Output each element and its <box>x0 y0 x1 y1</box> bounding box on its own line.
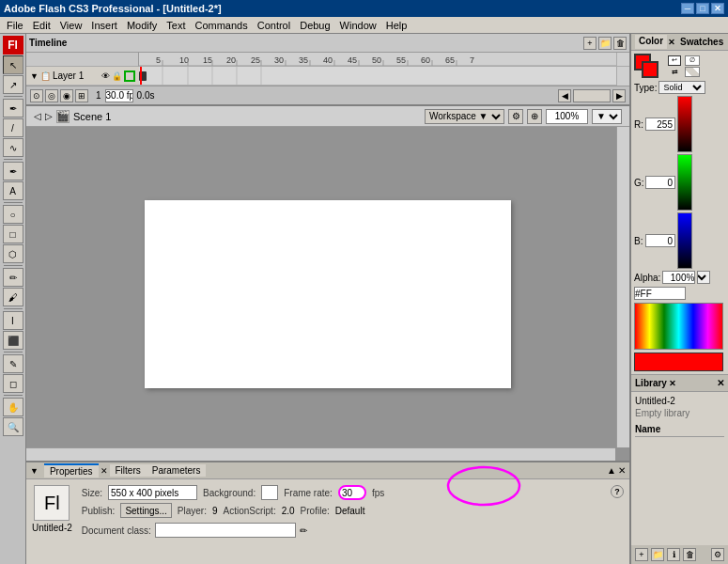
tool-text[interactable]: A <box>3 181 23 200</box>
tab-parameters[interactable]: Parameters <box>147 464 207 477</box>
tab-swatches[interactable]: Swatches <box>676 36 727 48</box>
lib-new-folder-btn[interactable]: 📁 <box>651 548 664 561</box>
bg-color-swatch[interactable] <box>261 485 278 500</box>
menu-control[interactable]: Control <box>253 19 295 32</box>
maximize-button[interactable]: □ <box>696 3 709 14</box>
color-type-select[interactable]: Solid <box>658 81 705 94</box>
lib-gear-icon[interactable]: ⚙ <box>711 548 724 561</box>
tool-zoom[interactable]: 🔍 <box>3 417 23 436</box>
b-input[interactable] <box>645 234 675 247</box>
menu-insert[interactable]: Insert <box>86 19 122 32</box>
fill-color-box[interactable] <box>642 61 658 78</box>
svg-text:25: 25 <box>251 55 260 65</box>
tool-brush[interactable]: 🖌 <box>3 288 23 306</box>
timeline-new-layer-btn[interactable]: + <box>583 37 596 50</box>
breadcrumb-right[interactable]: ▷ <box>45 111 53 121</box>
tool-poly[interactable]: ⬡ <box>3 244 23 263</box>
tool-ink[interactable]: I <box>3 311 23 330</box>
hex-input[interactable] <box>634 287 686 300</box>
timeline-add-folder-btn[interactable]: 📁 <box>598 37 612 50</box>
reset-colors-btn[interactable]: ↩ <box>668 55 681 66</box>
tc-onion-btn[interactable]: ◎ <box>45 89 58 102</box>
menu-commands[interactable]: Commands <box>190 19 252 32</box>
tool-eraser[interactable]: ◻ <box>3 374 23 393</box>
timeline-delete-btn[interactable]: 🗑 <box>613 37 627 50</box>
zoom-select[interactable]: ▼ <box>592 109 622 124</box>
tab-properties[interactable]: Properties <box>44 463 99 478</box>
ws-icon2[interactable]: ⊕ <box>527 109 542 124</box>
tc-prev-btn[interactable]: ◀ <box>558 89 571 102</box>
library-status: Empty library <box>635 408 724 418</box>
right-panel: Color ✕ Swatches ✕ ↩ ⇄ ∅ <box>629 34 728 564</box>
tool-lasso[interactable]: ∿ <box>3 138 23 157</box>
swap-colors-btn[interactable]: ⇄ <box>668 67 681 77</box>
settings-btn[interactable]: Settings... <box>120 503 171 518</box>
tool-pen[interactable]: ✒ <box>3 162 23 180</box>
menu-text[interactable]: Text <box>162 19 190 32</box>
tab-filters[interactable]: Filters <box>110 464 147 477</box>
no-color-btn[interactable]: ∅ <box>685 55 700 66</box>
props-collapse[interactable]: ▲ <box>607 465 616 476</box>
menu-file[interactable]: File <box>2 19 28 32</box>
menu-window[interactable]: Window <box>335 19 381 32</box>
lib-settings-btn[interactable]: ⚙ <box>711 548 724 561</box>
layer-lock[interactable]: 🔒 <box>112 71 122 81</box>
g-input[interactable] <box>645 176 675 189</box>
workspace-select[interactable]: Workspace ▼ <box>425 109 504 124</box>
tool-oval[interactable]: ○ <box>3 205 23 224</box>
tc-next-btn[interactable]: ▶ <box>612 89 626 102</box>
layer-toggle[interactable]: ▼ <box>30 71 39 81</box>
color-gradient[interactable] <box>634 303 723 350</box>
close-button[interactable]: ✕ <box>711 3 724 14</box>
size-label: Size: <box>82 488 102 498</box>
b-slider[interactable] <box>677 212 692 269</box>
alpha-input[interactable] <box>662 271 695 284</box>
layer-outline[interactable] <box>124 70 135 82</box>
tool-freeform[interactable]: ✒ <box>3 99 23 118</box>
tool-subselect[interactable]: ↗ <box>3 75 23 94</box>
help-button[interactable]: ? <box>611 485 624 498</box>
tab-color[interactable]: Color <box>635 35 667 49</box>
lib-new-symbol-btn[interactable]: + <box>635 548 648 561</box>
r-row: R: <box>634 96 725 152</box>
breadcrumb-expand[interactable]: ◁ <box>34 111 41 121</box>
tool-line[interactable]: / <box>3 118 23 137</box>
edit-doc-class-icon[interactable]: ✏ <box>300 525 307 536</box>
alpha-select[interactable]: ▼ <box>697 271 710 284</box>
menu-help[interactable]: Help <box>381 19 412 32</box>
stage-scrollbar-v[interactable] <box>616 127 629 447</box>
layer-visibility[interactable]: 👁 <box>101 71 110 81</box>
library-close[interactable]: ✕ <box>717 378 724 388</box>
props-close[interactable]: ✕ <box>618 465 626 476</box>
lib-props-btn[interactable]: ℹ <box>667 548 680 561</box>
tool-hand[interactable]: ✋ <box>3 398 23 416</box>
black-white-btn[interactable] <box>685 67 700 77</box>
timeline-title-label: Timeline <box>29 38 67 48</box>
minimize-button[interactable]: ─ <box>681 3 694 14</box>
lib-delete-btn[interactable]: 🗑 <box>683 548 696 561</box>
size-input[interactable] <box>108 485 197 500</box>
doc-class-input[interactable] <box>155 523 296 538</box>
g-slider[interactable] <box>677 154 692 211</box>
b-label: B: <box>634 236 643 246</box>
fps-input[interactable] <box>105 89 133 102</box>
r-slider[interactable] <box>677 96 692 152</box>
tool-eyedrop[interactable]: ✎ <box>3 354 23 373</box>
r-input[interactable] <box>645 118 675 131</box>
zoom-input[interactable] <box>546 109 588 124</box>
menu-edit[interactable]: Edit <box>28 19 55 32</box>
tool-paint[interactable]: ⬛ <box>3 331 23 350</box>
tool-pencil[interactable]: ✏ <box>3 268 23 287</box>
tc-onion2-btn[interactable]: ◉ <box>60 89 73 102</box>
ws-icon1[interactable]: ⚙ <box>508 109 523 124</box>
tool-select[interactable]: ↖ <box>3 55 23 74</box>
tool-rect[interactable]: □ <box>3 225 23 243</box>
menu-view[interactable]: View <box>55 19 87 32</box>
frame-rate-input[interactable] <box>338 485 366 500</box>
stage-scrollbar-h[interactable] <box>26 447 615 461</box>
library-panel: Library ✕ ✕ Untitled-2 Empty library Nam… <box>631 375 728 564</box>
menu-debug[interactable]: Debug <box>295 19 334 32</box>
tc-edit-btn[interactable]: ⊞ <box>75 89 88 102</box>
tc-center-btn[interactable]: ⊙ <box>30 89 43 102</box>
menu-modify[interactable]: Modify <box>122 19 162 32</box>
